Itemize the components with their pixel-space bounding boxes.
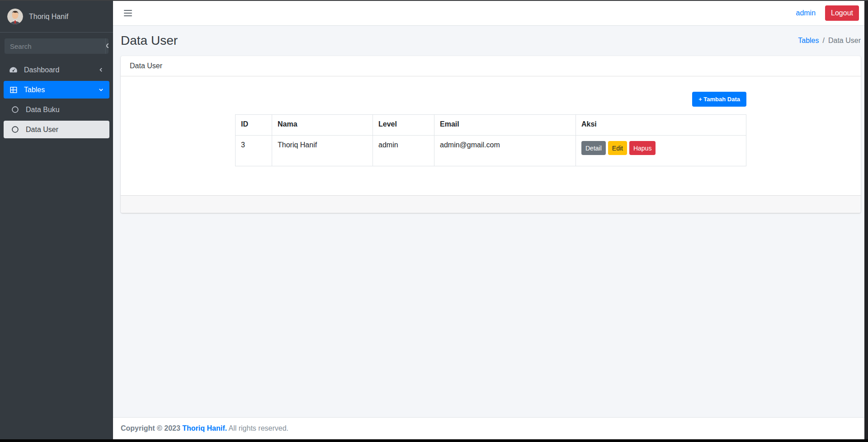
footer-owner-link[interactable]: Thoriq Hanif. <box>182 424 227 432</box>
breadcrumb-current: Data User <box>828 37 861 45</box>
sidebar-item-tables[interactable]: Tables <box>4 81 109 99</box>
menu-icon <box>124 10 132 11</box>
cell-level: admin <box>373 136 434 166</box>
sidebar-item-data-buku[interactable]: Data Buku <box>4 101 109 118</box>
menu-icon <box>124 13 132 14</box>
column-header-aksi: Aksi <box>576 115 746 136</box>
search-button[interactable] <box>105 38 108 54</box>
sidebar-item-dashboard[interactable]: Dashboard <box>4 61 109 79</box>
scrollbar-track <box>864 1 868 439</box>
card-inner: + Tambah Data ID Nama Level <box>235 92 746 166</box>
copyright-text: Copyright © 2023 <box>121 424 180 432</box>
column-header-level: Level <box>373 115 434 136</box>
content-wrapper: Data User Tables / Data User Data User +… <box>113 26 864 417</box>
circle-outline-icon <box>10 126 20 133</box>
card-footer <box>121 195 861 213</box>
content-spacer <box>121 213 861 417</box>
top-navbar: admin Logout <box>113 1 864 26</box>
user-panel: Thoriq Hanif <box>0 1 113 33</box>
window-edge-top <box>0 0 868 1</box>
sidebar-item-label: Data Buku <box>26 106 60 114</box>
column-header-nama: Nama <box>272 115 373 136</box>
table-row: 3 Thoriq Hanif admin admin@gmail.com Det… <box>236 136 746 166</box>
user-name[interactable]: Thoriq Hanif <box>29 13 68 21</box>
user-avatar[interactable] <box>7 9 23 24</box>
detail-button[interactable]: Detail <box>581 141 606 155</box>
menu-icon <box>124 15 132 16</box>
table-header-row: ID Nama Level Email Aksi <box>236 115 746 136</box>
content-header: Data User Tables / Data User <box>121 26 861 56</box>
sidebar-item-label: Data User <box>26 126 58 134</box>
sidebar-toggle-button[interactable] <box>121 7 135 19</box>
edit-button[interactable]: Edit <box>608 141 627 155</box>
main-area: admin Logout Data User Tables / Data Use… <box>113 1 864 439</box>
breadcrumb: Tables / Data User <box>798 37 861 45</box>
card-header: Data User <box>121 56 861 76</box>
sidebar-search <box>5 38 108 54</box>
chevron-left-icon <box>98 67 104 73</box>
dashboard-icon <box>8 66 19 74</box>
avatar-illustration <box>7 9 23 24</box>
hapus-button[interactable]: Hapus <box>629 141 656 155</box>
users-table: ID Nama Level Email Aksi 3 T <box>235 114 746 166</box>
breadcrumb-tables-link[interactable]: Tables <box>798 37 819 45</box>
sidebar: Thoriq Hanif Dashboard <box>0 1 113 439</box>
column-header-id: ID <box>236 115 272 136</box>
chevron-down-icon <box>98 87 104 93</box>
table-icon <box>8 86 19 94</box>
search-input[interactable] <box>5 38 105 54</box>
cell-email: admin@gmail.com <box>434 136 576 166</box>
sidebar-item-data-user[interactable]: Data User <box>4 121 109 138</box>
data-user-card: Data User + Tambah Data ID <box>121 56 861 213</box>
column-header-email: Email <box>434 115 576 136</box>
cell-nama: Thoriq Hanif <box>272 136 373 166</box>
toolbar: + Tambah Data <box>235 92 746 107</box>
action-buttons: Detail Edit Hapus <box>581 141 741 155</box>
card-body: + Tambah Data ID Nama Level <box>121 76 861 195</box>
rights-text: All rights reserved. <box>227 424 288 432</box>
window-edge-bottom <box>0 439 868 442</box>
sidebar-item-label: Tables <box>24 86 45 94</box>
sidebar-item-label: Dashboard <box>24 66 59 74</box>
sidebar-nav: Dashboard <box>0 57 113 142</box>
page-footer: Copyright © 2023 Thoriq Hanif. All right… <box>113 417 864 439</box>
navbar-right: admin Logout <box>796 5 859 21</box>
cell-aksi: Detail Edit Hapus <box>576 136 746 166</box>
navbar-user-link[interactable]: admin <box>796 9 816 17</box>
cell-id: 3 <box>236 136 272 166</box>
search-icon <box>106 43 108 50</box>
logout-button[interactable]: Logout <box>825 5 859 21</box>
breadcrumb-separator: / <box>823 37 825 45</box>
page-title: Data User <box>121 33 178 48</box>
circle-outline-icon <box>10 106 20 113</box>
tambah-data-button[interactable]: + Tambah Data <box>692 92 746 107</box>
app-window: Thoriq Hanif Dashboard <box>0 1 864 439</box>
